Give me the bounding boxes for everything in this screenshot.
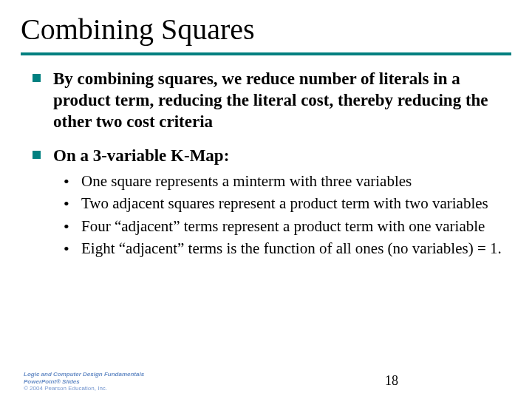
bullet-text: By combining squares, we reduce number o… [53, 69, 488, 131]
bullet-item: On a 3-variable K-Map: One square repres… [33, 146, 504, 258]
page-number: 18 [0, 373, 532, 389]
sub-bullet-item: Eight “adjacent” terms is the function o… [64, 239, 504, 258]
bullet-item: By combining squares, we reduce number o… [33, 69, 504, 132]
sub-bullet-item: One square represents a minterm with thr… [64, 171, 504, 191]
bullet-text: On a 3-variable K-Map: [53, 146, 229, 165]
slide-content: By combining squares, we reduce number o… [21, 69, 511, 258]
sub-bullet-item: Four “adjacent” terms represent a produc… [64, 216, 504, 236]
sub-bullet-list: One square represents a minterm with thr… [53, 171, 504, 258]
sub-bullet-item: Two adjacent squares represent a product… [64, 194, 504, 213]
slide: Combining Squares By combining squares, … [0, 0, 532, 258]
bullet-list: By combining squares, we reduce number o… [33, 69, 504, 258]
title-rule [21, 52, 511, 55]
slide-title: Combining Squares [21, 12, 511, 47]
